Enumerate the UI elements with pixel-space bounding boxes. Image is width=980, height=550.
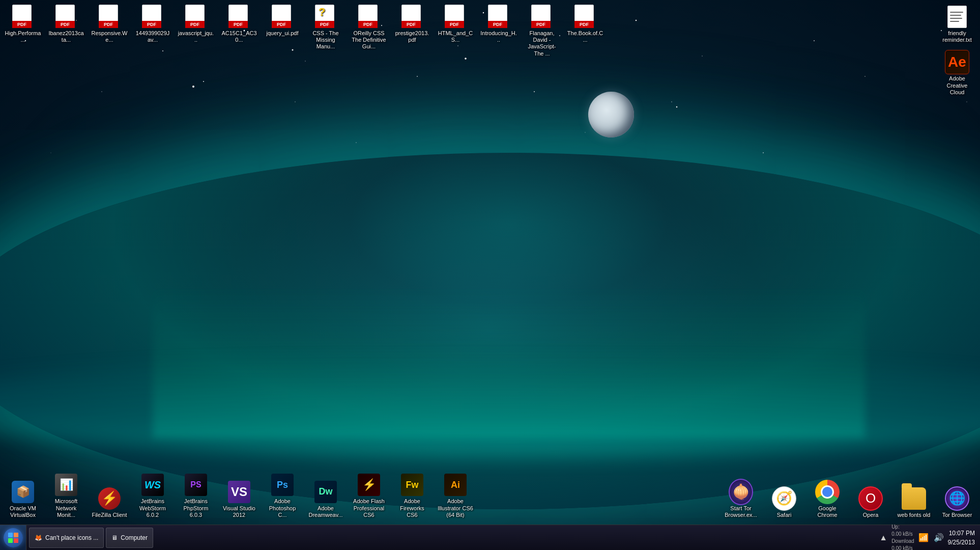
svg-point-23 [585,132,585,132]
taskbar-firefox[interactable]: 🦊 Can't place icons ... [29,528,104,548]
icon-adobe-fireworks[interactable]: Fw Adobe Fireworks CS6 [392,471,433,520]
moon [588,92,634,138]
icon-ibanez[interactable]: PDF Ibanez2013cata... [46,3,87,59]
icon-prestige[interactable]: PDF prestige2013.pdf [392,3,433,59]
tray-clock[interactable]: 10:07 PM 9/25/2013 [948,529,975,547]
icon-label-css-missing: CSS - The Missing Manu... [307,30,344,50]
svg-point-24 [763,152,764,153]
desktop-bottom-right-icons: 🧅 Start Tor Browser.ex... 🧭 Safari Googl… [720,478,977,520]
icon-label-friendly-reminder: friendly reminder.txt [939,30,975,43]
tray-date: 9/25/2013 [948,538,975,547]
icon-label-adobe-illustrator: Adobe Illustrator CS6 (64 Bit) [437,498,474,518]
icon-flanagan[interactable]: PDF Flanagan, David - JavaScript- The ..… [522,3,562,59]
icon-responsive[interactable]: PDF Responsive.We... [89,3,130,59]
icon-ac15c1[interactable]: PDF AC15C1_AC30... [219,3,260,59]
svg-point-4 [305,61,305,61]
icon-label-responsive: Responsive.We... [91,30,128,43]
icon-label-adobe-cc: Adobe Creative Cloud [939,75,975,96]
icon-adobe-cc[interactable]: Ae Adobe Creative Cloud [937,48,977,98]
icon-adobe-dreamweaver[interactable]: Dw Adobe Dreamweav... [305,478,346,520]
icon-label-adobe-photoshop: Adobe Photoshop C... [264,498,301,518]
icon-visual-studio[interactable]: VS Visual Studio 2012 [219,478,260,520]
svg-point-20 [966,101,967,102]
icon-filezilla[interactable]: ⚡ FileZilla Client [89,484,130,520]
icon-web-fonts-old[interactable]: web fonts old [893,484,934,520]
icon-tor-browser[interactable]: 🌐 Tor Browser [937,484,977,520]
taskbar-computer[interactable]: 🖥 Computer [106,528,153,548]
svg-rect-29 [8,533,13,537]
icon-high-perf[interactable]: PDF High.Performa... [3,3,43,59]
icon-label-adobe-dreamweaver: Adobe Dreamweav... [307,505,344,518]
icon-label-ibanez: Ibanez2013cata... [48,30,84,43]
desktop-icons-right: friendly reminder.txt Ae Adobe Creative … [937,3,977,98]
icon-label-flanagan: Flanagan, David - JavaScript- The ... [524,30,560,57]
icon-label-filezilla: FileZilla Client [92,512,127,518]
icon-javascript-jqu[interactable]: PDF javascript_jqu... [176,3,216,59]
icon-label-google-chrome: Google Chrome [809,505,846,518]
icon-label-high-perf: High.Performa... [5,30,41,43]
taskbar-computer-label: Computer [121,534,148,541]
icon-css-missing[interactable]: PDF ? CSS - The Missing Manu... [305,3,346,59]
taskbar-firefox-label: Can't place icons ... [45,534,98,541]
firefox-icon: 🦊 [35,534,42,541]
icon-html-css[interactable]: PDF HTML_and_CS... [435,3,476,59]
tray-arrow-icon[interactable]: ▲ [878,532,888,543]
icon-adobe-photoshop[interactable]: Ps Adobe Photoshop C... [262,471,303,520]
tray-network-icon[interactable]: 📶 [917,532,930,543]
icon-label-prestige: prestige2013.pdf [394,30,430,43]
svg-point-13 [295,101,295,102]
icon-start-tor[interactable]: 🧅 Start Tor Browser.ex... [720,478,761,520]
tray-up-speed: 0.00 kB/s [891,531,914,538]
icon-ms-network[interactable]: 📊 Microsoft Network Monit... [46,471,87,520]
icon-label-adobe-fireworks: Adobe Fireworks CS6 [394,498,430,518]
start-orb-icon [4,528,23,547]
icon-label-jetbrains-ps: JetBrains PhpStorm 6.0.3 [178,498,214,518]
tray-up-label: Up: [891,524,914,531]
icon-opera[interactable]: O Opera [850,484,891,520]
icon-label-jetbrains-ws: JetBrains WebStorm 6.0.2 [134,498,171,518]
desktop: PDF High.Performa... PDF Ibanez2013cata.… [0,0,980,550]
tray-down-speed: 0.00 kB/s [891,545,914,551]
icon-label-start-tor: Start Tor Browser.ex... [723,505,759,518]
icon-label-ms-network: Microsoft Network Monit... [48,498,84,518]
icon-label-bookof-c: The.Book.of.C... [567,30,603,43]
svg-point-15 [534,91,535,92]
taskbar-programs: 🦊 Can't place icons ... 🖥 Computer [26,525,873,551]
aurora [153,285,865,438]
svg-point-21 [50,152,51,153]
icon-jetbrains-ws[interactable]: WS JetBrains WebStorm 6.0.2 [132,471,173,520]
icon-introducing-h[interactable]: PDF Introducing_H... [478,3,519,59]
icon-label-javascript-jqu: javascript_jqu... [178,30,214,43]
icon-friendly-reminder[interactable]: friendly reminder.txt [937,3,977,45]
icon-label-safari: Safari [777,512,792,518]
icon-label-ac15c1: AC15C1_AC30... [221,30,257,43]
start-button[interactable] [0,525,26,551]
tray-volume-icon[interactable]: 🔊 [933,532,945,543]
icon-label-adobe-flash: Adobe Flash Professional CS6 [351,498,387,518]
svg-point-11 [101,91,102,92]
icon-label-tor-browser: Tor Browser [942,512,972,518]
icon-oracle-vm[interactable]: 📦 Oracle VM VirtualBox [3,478,43,520]
svg-point-28 [676,106,678,108]
svg-point-22 [356,142,357,143]
icon-js1449[interactable]: PDF 1449399029Jav... [132,3,173,59]
taskbar-tray: ▲ Up: 0.00 kB/s Download 0.00 kB/s 📶 🔊 1… [873,525,980,551]
icon-label-opera: Opera [863,512,879,518]
icon-safari[interactable]: 🧭 Safari [764,484,804,520]
icon-oreilly-css[interactable]: PDF OReilly CSS The Definitive Gui... [349,3,389,59]
icon-bookof-c[interactable]: PDF The.Book.of.C... [565,3,606,59]
tray-time: 10:07 PM [948,529,975,538]
desktop-bottom-left-icons: 📦 Oracle VM VirtualBox 📊 Microsoft Netwo… [3,471,476,520]
icon-jquery-ui[interactable]: PDF jquery_ui.pdf [262,3,303,59]
icon-adobe-illustrator[interactable]: Ai Adobe Illustrator CS6 (64 Bit) [435,471,476,520]
icon-label-visual-studio: Visual Studio 2012 [221,505,257,518]
icon-google-chrome[interactable]: Google Chrome [807,478,848,520]
icon-label-web-fonts-old: web fonts old [898,512,931,518]
icon-jetbrains-ps[interactable]: PS JetBrains PhpStorm 6.0.3 [176,471,216,520]
icon-adobe-flash[interactable]: ⚡ Adobe Flash Professional CS6 [349,471,389,520]
icon-label-jquery-ui: jquery_ui.pdf [267,30,299,37]
icon-label-html-css: HTML_and_CS... [437,30,474,43]
taskbar: 🦊 Can't place icons ... 🖥 Computer ▲ Up:… [0,525,980,550]
desktop-icons-top: PDF High.Performa... PDF Ibanez2013cata.… [3,3,715,59]
svg-point-16 [671,101,672,102]
